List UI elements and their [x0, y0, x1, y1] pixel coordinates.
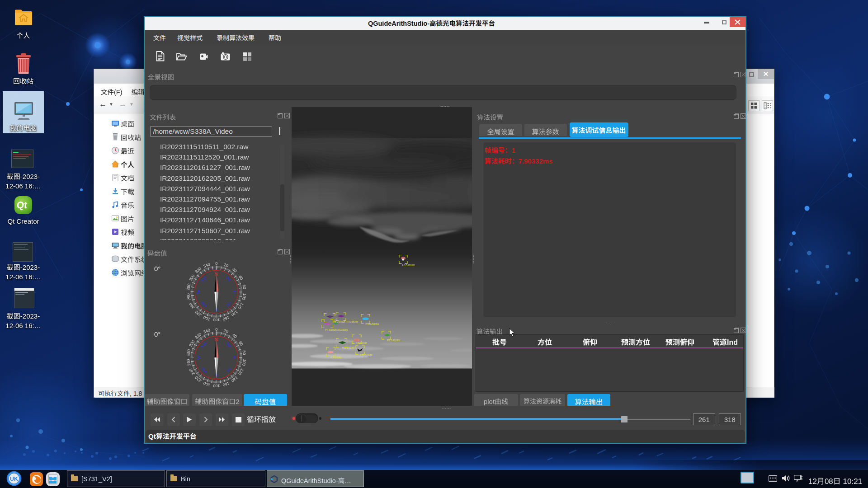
svg-text:W: W — [196, 289, 201, 294]
svg-text:SE: SE — [226, 301, 232, 308]
svg-text:200: 200 — [203, 315, 211, 322]
svg-text:220: 220 — [194, 375, 203, 383]
svg-text:80: 80 — [241, 284, 247, 290]
svg-text:200: 200 — [203, 381, 211, 388]
svg-text:220: 220 — [194, 310, 203, 317]
svg-text:P:11 O:13/14: P:11 O:13/14 — [342, 347, 354, 349]
svg-text:P:1 O:259/261: P:1 O:259/261 — [366, 323, 379, 325]
svg-text:80: 80 — [241, 350, 247, 356]
svg-text:P:6 O:17/226 P:7 O:65/226: P:6 O:17/226 P:7 O:65/226 — [333, 321, 359, 323]
svg-text:300: 300 — [188, 339, 195, 347]
svg-text:280: 280 — [186, 349, 191, 357]
svg-text:P:8 O:94/95: P:8 O:94/95 — [356, 342, 367, 344]
svg-text:E: E — [232, 356, 237, 359]
svg-text:340: 340 — [203, 328, 211, 334]
svg-text:160: 160 — [222, 381, 230, 388]
svg-text:180: 180 — [213, 384, 220, 388]
svg-text:20: 20 — [223, 328, 229, 334]
svg-text:100: 100 — [241, 359, 247, 366]
svg-text:P:0 O:261/261: P:0 O:261/261 — [402, 264, 415, 267]
svg-text:340: 340 — [203, 262, 211, 269]
svg-text:UK: UK — [10, 476, 18, 482]
svg-text:40: 40 — [231, 267, 238, 273]
svg-text:P:4 O:18/263 O:226/261: P:4 O:18/263 O:226/261 — [326, 329, 348, 331]
svg-text:280: 280 — [186, 283, 191, 291]
svg-text:E: E — [232, 290, 237, 293]
svg-text:0: 0 — [215, 261, 217, 266]
svg-text:NW: NW — [200, 275, 208, 284]
svg-text:SE: SE — [226, 366, 232, 373]
svg-text:P:2 O:261/261: P:2 O:261/261 — [387, 339, 401, 342]
svg-text:W: W — [196, 355, 201, 360]
svg-text:40: 40 — [231, 333, 238, 339]
svg-text:20: 20 — [223, 263, 229, 268]
svg-text:P:3 O:60/61: P:3 O:60/61 — [331, 357, 342, 359]
svg-text:120: 120 — [237, 302, 245, 310]
svg-text:260: 260 — [186, 293, 191, 300]
svg-text:Qt: Qt — [16, 200, 28, 210]
svg-text:160: 160 — [222, 315, 230, 322]
svg-text:180: 180 — [213, 318, 220, 322]
svg-text:0: 0 — [215, 327, 217, 332]
svg-text:P:12 O:19/19: P:12 O:19/19 — [360, 354, 373, 357]
svg-text:300: 300 — [188, 274, 195, 282]
svg-text:NW: NW — [200, 341, 208, 349]
svg-text:100: 100 — [241, 293, 247, 300]
svg-text:120: 120 — [237, 368, 245, 376]
svg-text:260: 260 — [186, 359, 191, 366]
